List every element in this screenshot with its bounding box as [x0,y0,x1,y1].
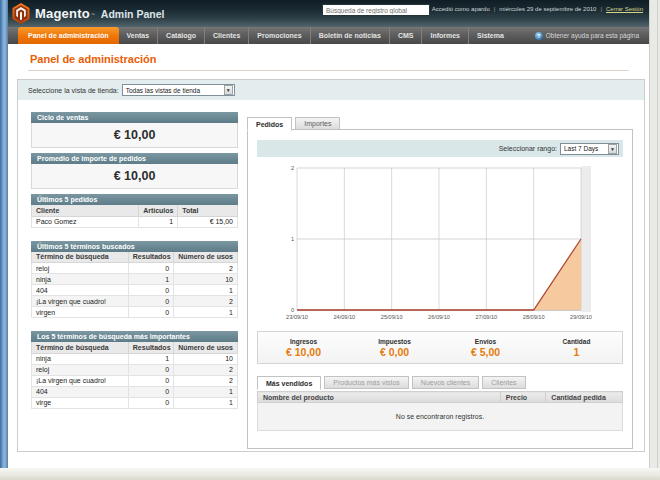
tab-productos-mas-vistos[interactable]: Productos más vistos [324,376,409,389]
cell-results: 0 [128,307,173,318]
cell-uses: 1 [174,386,238,397]
last-search-terms-title: Últimos 5 términos buscados [31,241,238,252]
cell-uses: 10 [174,353,238,364]
nav-item-promociones[interactable]: Promociones [249,27,310,44]
table-row[interactable]: Paco Gomez 1 € 15,00 [32,216,238,227]
table-row[interactable]: ¡La virgen que cuadro! 0 2 [32,296,238,307]
cell-uses: 2 [174,296,238,307]
svg-text:24/09/10: 24/09/10 [333,314,355,320]
cell-term: virgen [32,307,129,318]
svg-text:23/09/10: 23/09/10 [286,314,308,320]
sales-cycle-value: € 10,00 [31,123,238,148]
col-resultados: Resultados [128,252,173,263]
nav-item-ventas[interactable]: Ventas [119,27,159,44]
window-bottom-bar [0,468,660,480]
col-precio: Precio [500,392,546,403]
svg-text:27/09/10: 27/09/10 [475,314,497,320]
tab-importes[interactable]: Importes [295,117,340,130]
svg-text:25/09/10: 25/09/10 [381,314,403,320]
sales-cycle-panel: Ciclo de ventas € 10,00 [31,112,238,148]
tab-clientes[interactable]: Clientes [482,376,525,389]
nav-item-boletin[interactable]: Boletín de noticias [311,27,390,44]
trademark-mark: ™ [91,12,95,17]
products-tabs: Más vendidos Productos más vistos Nuevos… [257,375,623,389]
cell-term: 404 [32,285,129,296]
average-order-value: € 10,00 [31,164,238,189]
tab-pedidos[interactable]: Pedidos [247,117,292,131]
brand-magento: Magento [35,6,90,21]
top-search-terms-table: Término de búsqueda Resultados Número de… [31,342,238,409]
nav-item-cms[interactable]: CMS [390,27,423,44]
global-search-input[interactable] [322,4,430,16]
stat-label: Impuestos [378,337,411,346]
table-row[interactable]: ninja 1 10 [32,353,238,364]
table-row[interactable]: virge 0 1 [32,397,238,408]
cell-uses: 1 [174,285,238,296]
nav-item-dashboard[interactable]: Panel de administración [18,27,119,44]
last-search-terms-panel: Últimos 5 términos buscados Término de b… [31,241,238,319]
table-row[interactable]: ninja 1 10 [32,274,238,285]
cell-results: 0 [128,364,173,375]
table-row[interactable]: virgen 0 1 [32,307,238,318]
stat-label: Cantidad [563,337,591,346]
table-header-row: Término de búsqueda Resultados Número de… [32,342,238,353]
cell-cliente: Paco Gomez [32,216,139,227]
tab-nuevos-clientes[interactable]: Nuevos clientes [412,376,479,389]
help-label: Obtener ayuda para esta página [546,32,639,39]
cell-articulos: 1 [139,216,178,227]
logout-link[interactable]: Cerrar Sesión [606,6,643,12]
nav-item-clientes[interactable]: Clientes [205,27,249,44]
empty-table-row: No se encontraron registros. [258,403,623,431]
orders-chart: 23/09/1024/09/1025/09/1026/09/1027/09/10… [257,160,623,318]
tab-mas-vendidos[interactable]: Más vendidos [257,376,321,390]
cell-term: ninja [32,274,129,285]
cell-uses: 10 [174,274,238,285]
svg-text:28/09/10: 28/09/10 [523,314,545,320]
brand-title: Magento ™ Admin Panel [35,0,164,27]
stat-impuestos: Impuestos € 0,00 [349,332,440,363]
window-left-edge [0,0,8,470]
nav-item-informes[interactable]: Informes [422,27,469,44]
chevron-down-icon: ▼ [608,144,617,154]
dashboard-columns: Ciclo de ventas € 10,00 Promedio de impo… [18,100,644,449]
help-link[interactable]: ? Obtener ayuda para esta página [535,27,639,44]
separator: | [494,6,496,12]
brand-admin-panel: Admin Panel [101,8,165,20]
col-termino: Término de búsqueda [32,342,129,353]
cell-term: reloj [32,364,129,375]
stat-value: € 10,00 [286,346,321,358]
cell-uses: 2 [174,364,238,375]
range-bar: Seleccionar rango: Last 7 Days ▼ [257,140,623,157]
cell-results: 1 [128,353,173,364]
admin-page: Magento ™ Admin Panel Accedió como apard… [8,0,649,468]
last-search-terms-table: Término de búsqueda Resultados Número de… [31,252,238,319]
table-row[interactable]: 404 0 1 [32,285,238,296]
range-value: Last 7 Days [561,145,608,152]
top-search-terms-title: Los 5 términos de búsqueda más important… [31,331,238,342]
cell-term: ¡La virgen que cuadro! [32,296,129,307]
store-switcher-row: Seleccione la vista de tienda: Todas las… [18,80,644,100]
table-row[interactable]: reloj 0 2 [32,263,238,274]
totals-bar: Ingresos € 10,00 Impuestos € 0,00 Envíos… [257,331,623,364]
table-row[interactable]: reloj 0 2 [32,364,238,375]
range-select[interactable]: Last 7 Days ▼ [560,143,619,155]
current-date: miércoles 29 de septiembre de 2010 [499,6,596,12]
last-orders-table: Cliente Artículos Total Paco Gomez 1 € 1… [31,205,238,228]
chevron-down-icon: ▼ [224,85,233,95]
svg-text:29/09/10: 29/09/10 [570,314,592,320]
cell-results: 0 [128,296,173,307]
cell-term: reloj [32,263,129,274]
svg-text:1: 1 [291,236,294,242]
svg-text:0: 0 [291,307,294,313]
right-column: Pedidos Importes Seleccionar rango: Last… [247,116,633,449]
stat-cantidad: Cantidad 1 [531,332,622,363]
table-row[interactable]: 404 0 1 [32,386,238,397]
nav-item-catalogo[interactable]: Catálogo [158,27,205,44]
scrollbar-track-line [657,0,658,468]
nav-item-sistema[interactable]: Sistema [469,27,512,44]
table-row[interactable]: ¡La virgen que cuadro! 0 2 [32,375,238,386]
cell-total: € 15,00 [178,216,238,227]
store-switcher-select[interactable]: Todas las vistas de tienda ▼ [122,84,235,96]
last-orders-panel: Últimos 5 pedidos Cliente Artículos Tota… [31,194,238,228]
window-scrollbar-strip[interactable] [649,0,660,468]
